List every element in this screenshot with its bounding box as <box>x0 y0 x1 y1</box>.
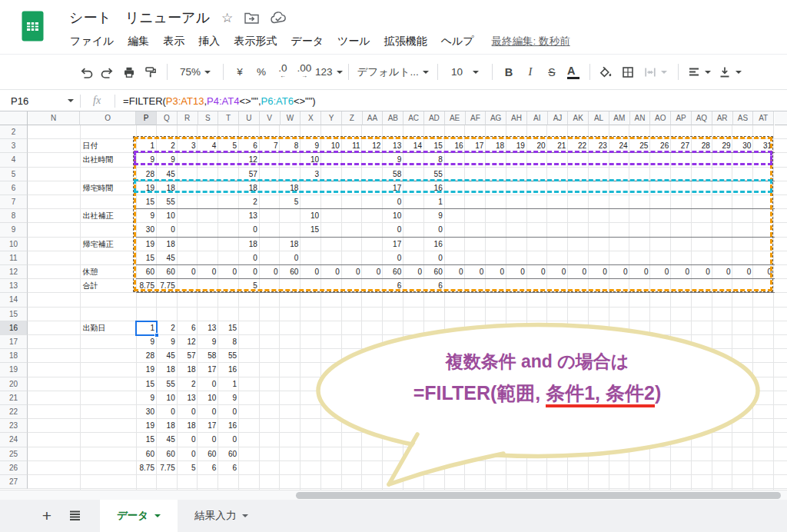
cell[interactable]: 19 <box>136 238 157 251</box>
cell[interactable]: 0 <box>198 377 219 391</box>
cell[interactable]: 0 <box>424 223 445 237</box>
cell[interactable]: 0 <box>178 265 198 279</box>
cell[interactable]: 1 <box>424 195 445 209</box>
cell[interactable]: 0 <box>383 195 403 209</box>
move-folder-icon[interactable] <box>244 12 259 24</box>
borders-button[interactable] <box>617 61 639 84</box>
row-header[interactable]: 3 <box>0 139 28 153</box>
cell[interactable]: 55 <box>218 349 239 363</box>
cell[interactable]: 6 <box>424 279 445 293</box>
formula-input[interactable]: =FILTER(P3:AT13,P4:AT4<>"",P6:AT6<>"") <box>123 95 316 107</box>
column-header[interactable]: AM <box>609 111 630 125</box>
undo-button[interactable] <box>75 61 97 84</box>
menu-item[interactable]: ファイル <box>63 33 121 50</box>
cell[interactable]: 60 <box>136 265 157 279</box>
cell[interactable]: 0 <box>671 265 692 279</box>
print-button[interactable] <box>118 61 140 84</box>
cell[interactable]: 17 <box>198 363 219 377</box>
row-label[interactable]: 出社補正 <box>81 209 136 223</box>
cell[interactable]: 15 <box>424 139 445 153</box>
cell[interactable]: 28 <box>692 139 712 153</box>
cell[interactable]: 19 <box>506 139 527 153</box>
row-header[interactable]: 6 <box>0 181 28 195</box>
cell[interactable]: 1 <box>136 139 157 153</box>
cell[interactable]: 30 <box>136 223 157 237</box>
cell[interactable]: 15 <box>136 433 157 447</box>
cell[interactable]: 9 <box>424 209 445 223</box>
horizontal-scrollbar-thumb[interactable] <box>296 492 781 499</box>
row-header[interactable]: 11 <box>0 251 28 265</box>
increase-decimal-button[interactable]: .00→ <box>294 61 315 84</box>
cell[interactable]: 58 <box>383 168 403 181</box>
column-header[interactable]: AH <box>506 111 527 125</box>
row-header[interactable]: 7 <box>0 195 28 209</box>
cell[interactable]: 27 <box>671 139 692 153</box>
cell[interactable]: 55 <box>424 168 445 181</box>
sheet-tab-inactive[interactable]: 結果入力 <box>178 500 265 532</box>
cell[interactable]: 60 <box>157 265 178 279</box>
star-icon[interactable]: ☆ <box>221 10 233 26</box>
column-header[interactable]: AN <box>630 111 651 125</box>
cell[interactable]: 0 <box>692 265 712 279</box>
menu-item[interactable]: 拡張機能 <box>377 33 434 50</box>
cell[interactable]: 0 <box>486 265 506 279</box>
cell[interactable]: 18 <box>157 419 178 433</box>
cell[interactable]: 2 <box>178 377 198 391</box>
cell[interactable]: 0 <box>342 265 363 279</box>
cell[interactable]: 7.75 <box>157 461 178 475</box>
cell[interactable]: 18 <box>281 238 301 251</box>
column-header[interactable]: R <box>178 111 198 125</box>
cell[interactable]: 9 <box>136 209 157 223</box>
menu-item[interactable]: データ <box>284 33 330 50</box>
last-edited-link[interactable]: 最終編集: 数秒前 <box>492 35 570 48</box>
cell[interactable]: 13 <box>383 139 403 153</box>
cell[interactable]: 10 <box>301 153 321 167</box>
cell[interactable]: 16 <box>424 238 445 251</box>
font-select[interactable]: デフォルト... <box>354 61 432 84</box>
horizontal-align-button[interactable] <box>684 61 715 84</box>
cell[interactable]: 0 <box>630 265 651 279</box>
cell[interactable]: 0 <box>568 265 589 279</box>
cell[interactable]: 8 <box>424 153 445 167</box>
cell[interactable]: 16 <box>218 419 239 433</box>
cell[interactable]: 58 <box>198 349 219 363</box>
cell[interactable]: 18 <box>157 238 178 251</box>
row-header[interactable]: 24 <box>0 433 28 447</box>
add-sheet-button[interactable]: + <box>35 500 58 532</box>
horizontal-scrollbar[interactable] <box>0 490 787 500</box>
cell[interactable]: 28 <box>136 349 157 363</box>
row-header[interactable]: 10 <box>0 238 28 251</box>
cell[interactable]: 0 <box>157 223 178 237</box>
cell[interactable]: 1 <box>218 377 239 391</box>
column-header[interactable]: AP <box>671 111 692 125</box>
font-size-select[interactable]: 10 <box>443 61 486 84</box>
cell[interactable]: 0 <box>589 265 609 279</box>
column-header[interactable]: V <box>260 111 281 125</box>
column-header[interactable]: Y <box>321 111 342 125</box>
cell[interactable]: 0 <box>363 265 384 279</box>
cell[interactable]: 16 <box>218 363 239 377</box>
bold-button[interactable]: B <box>498 61 520 84</box>
column-header[interactable]: AC <box>403 111 424 125</box>
menu-item[interactable]: 編集 <box>121 33 156 50</box>
column-header[interactable]: Q <box>157 111 178 125</box>
menu-item[interactable]: 表示形式 <box>227 33 284 50</box>
cell[interactable]: 60 <box>218 447 239 461</box>
cell[interactable]: 2 <box>157 321 178 335</box>
cell[interactable]: 18 <box>239 181 260 195</box>
row-label[interactable]: 日付 <box>81 139 136 153</box>
cell[interactable]: 0 <box>403 265 424 279</box>
cell[interactable]: 4 <box>198 139 219 153</box>
column-header[interactable]: S <box>198 111 219 125</box>
cell[interactable]: 5 <box>178 461 198 475</box>
menu-item[interactable]: 表示 <box>156 33 191 50</box>
cell[interactable]: 18 <box>486 139 506 153</box>
cell[interactable]: 9 <box>136 335 157 349</box>
cell[interactable]: 60 <box>424 265 445 279</box>
cell[interactable]: 18 <box>281 181 301 195</box>
decrease-decimal-button[interactable]: .0← <box>272 61 294 84</box>
row-label[interactable]: 出勤日 <box>81 321 136 335</box>
cell[interactable]: 17 <box>383 238 403 251</box>
cell[interactable]: 0 <box>548 265 569 279</box>
row-header[interactable]: 19 <box>0 363 28 377</box>
